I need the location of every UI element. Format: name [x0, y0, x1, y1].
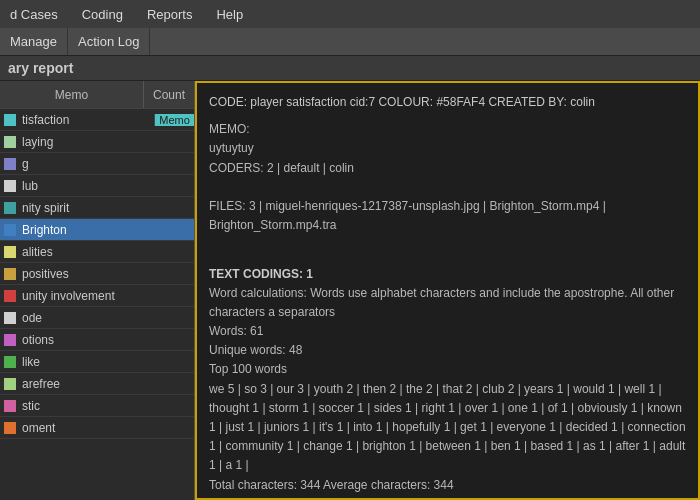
list-item-label: unity involvement: [16, 289, 154, 303]
left-list: tisfactionMemolayingglubnity spiritBrigh…: [0, 109, 194, 500]
menu-bar: d Cases Coding Reports Help: [0, 0, 700, 28]
list-item-label: laying: [16, 135, 154, 149]
header-count: Count: [144, 81, 194, 108]
list-item[interactable]: positives: [0, 263, 194, 285]
word-list: we 5 | so 3 | our 3 | youth 2 | then 2 |…: [209, 380, 686, 476]
list-item[interactable]: Brighton: [0, 219, 194, 241]
list-item-label: alities: [16, 245, 154, 259]
list-item-label: nity spirit: [16, 201, 154, 215]
list-item[interactable]: tisfactionMemo: [0, 109, 194, 131]
manage-button[interactable]: Manage: [0, 28, 68, 55]
list-item-label: positives: [16, 267, 154, 281]
page-title: ary report: [0, 56, 700, 81]
color-swatch: [4, 136, 16, 148]
header-memo: Memo: [0, 81, 144, 108]
top100-label: Top 100 words: [209, 360, 686, 379]
menu-help[interactable]: Help: [212, 5, 247, 24]
list-item-label: otions: [16, 333, 154, 347]
list-item[interactable]: ode: [0, 307, 194, 329]
toolbar: Manage Action Log: [0, 28, 700, 56]
color-swatch: [4, 290, 16, 302]
list-item-label: tisfaction: [16, 113, 154, 127]
color-swatch: [4, 202, 16, 214]
color-swatch: [4, 400, 16, 412]
coders-line: CODERS: 2 | default | colin: [209, 159, 686, 178]
list-item[interactable]: laying: [0, 131, 194, 153]
code-header-line: CODE: player satisfaction cid:7 COLOUR: …: [209, 93, 686, 112]
list-item[interactable]: otions: [0, 329, 194, 351]
unique-words: Unique words: 48: [209, 341, 686, 360]
left-panel: Memo Count tisfactionMemolayingglubnity …: [0, 81, 195, 500]
left-header: Memo Count: [0, 81, 194, 109]
color-swatch: [4, 224, 16, 236]
action-log-button[interactable]: Action Log: [68, 28, 150, 55]
list-item-label: oment: [16, 421, 154, 435]
list-item-memo: Memo: [154, 114, 194, 126]
color-swatch: [4, 180, 16, 192]
files-line: FILES: 3 | miguel-henriques-1217387-unsp…: [209, 197, 686, 235]
color-swatch: [4, 312, 16, 324]
text-codings-title: TEXT CODINGS: 1: [209, 265, 686, 284]
words: Words: 61: [209, 322, 686, 341]
memo-label: MEMO:: [209, 120, 686, 139]
color-swatch: [4, 158, 16, 170]
word-calc: Word calculations: Words use alphabet ch…: [209, 284, 686, 322]
list-item[interactable]: like: [0, 351, 194, 373]
list-item-label: arefree: [16, 377, 154, 391]
content-area: ary report Memo Count tisfactionMemolayi…: [0, 56, 700, 500]
list-item-label: lub: [16, 179, 154, 193]
list-item[interactable]: arefree: [0, 373, 194, 395]
list-item-label: stic: [16, 399, 154, 413]
memo-text: uytuytuy: [209, 139, 686, 158]
list-item-label: like: [16, 355, 154, 369]
list-item[interactable]: oment: [0, 417, 194, 439]
color-swatch: [4, 246, 16, 258]
total-chars: Total characters: 344 Average characters…: [209, 476, 686, 495]
color-swatch: [4, 114, 16, 126]
color-swatch: [4, 422, 16, 434]
menu-reports[interactable]: Reports: [143, 5, 197, 24]
color-swatch: [4, 268, 16, 280]
color-swatch: [4, 378, 16, 390]
list-item[interactable]: stic: [0, 395, 194, 417]
list-item-label: Brighton: [16, 223, 154, 237]
list-item[interactable]: alities: [0, 241, 194, 263]
list-item[interactable]: nity spirit: [0, 197, 194, 219]
list-item-label: ode: [16, 311, 154, 325]
main-split: Memo Count tisfactionMemolayingglubnity …: [0, 81, 700, 500]
menu-cases[interactable]: d Cases: [6, 5, 62, 24]
right-panel[interactable]: CODE: player satisfaction cid:7 COLOUR: …: [195, 81, 700, 500]
list-item[interactable]: g: [0, 153, 194, 175]
list-item[interactable]: unity involvement: [0, 285, 194, 307]
list-item-label: g: [16, 157, 154, 171]
color-swatch: [4, 334, 16, 346]
menu-coding[interactable]: Coding: [78, 5, 127, 24]
color-swatch: [4, 356, 16, 368]
list-item[interactable]: lub: [0, 175, 194, 197]
